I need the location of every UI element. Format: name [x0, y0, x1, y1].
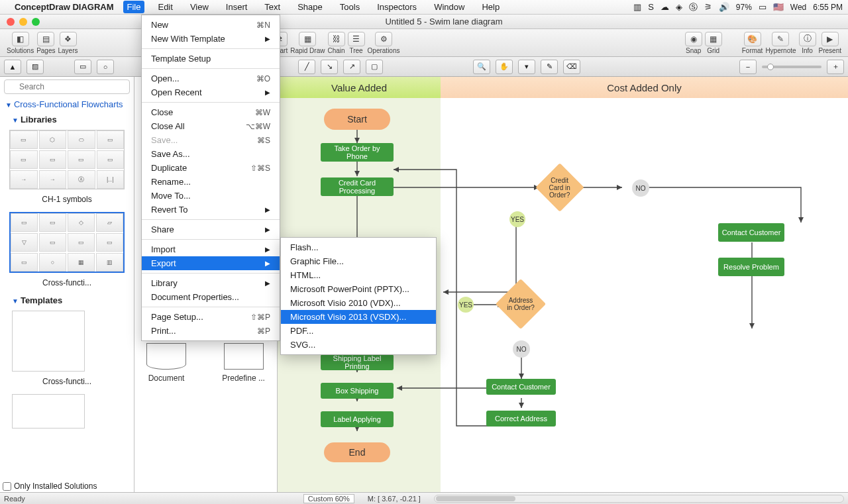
menu-insert[interactable]: Insert [222, 1, 252, 13]
file-menu-print-[interactable]: Print...⌘P [142, 324, 280, 338]
window-maximize[interactable] [32, 18, 40, 26]
menu-inspectors[interactable]: Inspectors [373, 1, 421, 13]
node-contact1[interactable]: Contact Customer [718, 223, 784, 242]
template-thumb-2[interactable] [12, 394, 85, 428]
export-pdf-[interactable]: PDF... [281, 324, 436, 338]
file-menu-document-properties-[interactable]: Document Properties... [142, 290, 280, 304]
h-scrollbar[interactable] [434, 495, 844, 503]
eraser-tool[interactable]: ⌫ [563, 60, 580, 74]
export-html-[interactable]: HTML... [281, 268, 436, 282]
vlc-icon[interactable]: ▥ [633, 2, 641, 12]
menu-file[interactable]: File [123, 1, 145, 13]
file-menu-open-[interactable]: Open...⌘O [142, 72, 280, 85]
export-graphic-file-[interactable]: Graphic File... [281, 254, 436, 268]
file-menu-close-all[interactable]: Close All⌥⌘W [142, 119, 280, 133]
file-menu-share[interactable]: Share▶ [142, 223, 280, 236]
tb-solutions[interactable]: ◧Solutions [7, 32, 34, 54]
pointer-tool[interactable]: ▲ [4, 60, 21, 74]
node-yes1[interactable]: YES [509, 211, 525, 227]
day[interactable]: Wed [790, 3, 806, 12]
wifi-icon[interactable]: ⚞ [704, 2, 712, 12]
sidebar-libraries[interactable]: ▼Libraries [0, 112, 134, 127]
stamp-tool[interactable]: ▾ [518, 60, 535, 74]
tb-pages[interactable]: ▤Pages [36, 32, 55, 54]
export-flash-[interactable]: Flash... [281, 240, 436, 254]
node-no2[interactable]: NO [513, 340, 530, 358]
export-submenu[interactable]: Flash...Graphic File...HTML...Microsoft … [280, 237, 437, 355]
sidebar-templates[interactable]: ▼Templates [0, 293, 134, 308]
flag-icon[interactable]: 🇺🇸 [773, 2, 784, 12]
node-cc-proc[interactable]: Credit Card Processing [321, 177, 394, 196]
tb-info[interactable]: ⓘInfo [799, 32, 816, 54]
export-microsoft-visio-vsdx-[interactable]: Microsoft Visio 2013 (VSDX)... [281, 310, 436, 324]
node-take-order[interactable]: Take Order by Phone [321, 143, 394, 162]
file-menu-page-setup-[interactable]: Page Setup...⇧⌘P [142, 310, 280, 324]
node-contact2[interactable]: Contact Customer [486, 379, 556, 395]
template-thumb-1[interactable] [12, 311, 85, 372]
node-ship-label[interactable]: Shipping Label Printing [321, 354, 394, 370]
node-box-ship[interactable]: Box Shipping [321, 383, 394, 399]
oval-shape[interactable]: ○ [97, 60, 114, 74]
time[interactable]: 6:55 PM [813, 3, 843, 12]
lib-ch1[interactable]: ▭⬡⬭▭ ▭▭▭▭ →→Ⓐ|‥| [9, 130, 125, 189]
skype-icon[interactable]: Ⓢ [689, 1, 698, 13]
zoom-in[interactable]: ＋ [827, 60, 844, 74]
file-menu-open-recent[interactable]: Open Recent▶ [142, 85, 280, 99]
conn2-tool[interactable]: ↗ [343, 60, 360, 74]
node-start[interactable]: Start [324, 109, 390, 130]
file-menu-library[interactable]: Library▶ [142, 276, 280, 290]
battery-pct[interactable]: 97% [736, 3, 752, 12]
menu-text[interactable]: Text [260, 1, 284, 13]
file-menu-new[interactable]: New⌘N [142, 18, 280, 32]
sidebar-section[interactable]: ▼Cross-Functional Flowcharts [0, 97, 134, 112]
rect-shape[interactable]: ▭ [74, 60, 91, 74]
tb-chain[interactable]: ⛓Chain [327, 32, 344, 54]
zoom-combo[interactable]: Custom 60% [303, 494, 354, 503]
window-minimize[interactable] [19, 18, 27, 26]
file-menu-dropdown[interactable]: New⌘NNew With Template▶Template SetupOpe… [141, 15, 280, 341]
tb-hypernote[interactable]: ✎Hypernote [765, 32, 796, 54]
box-tool[interactable]: ▢ [366, 60, 383, 74]
tb-layers[interactable]: ❖Layers [58, 32, 78, 54]
node-resolve[interactable]: Resolve Problem [718, 258, 784, 276]
menu-shape[interactable]: Shape [293, 1, 327, 13]
marquee-tool[interactable]: ▨ [26, 60, 44, 74]
app-name[interactable]: ConceptDraw DIAGRAM [15, 2, 114, 12]
menu-edit[interactable]: Edit [154, 1, 176, 13]
conn-tool[interactable]: ↘ [321, 60, 338, 74]
search-input[interactable] [4, 79, 130, 94]
file-menu-new-with-template[interactable]: New With Template▶ [142, 32, 280, 46]
export-microsoft-visio-vdx-[interactable]: Microsoft Visio 2010 (VDX)... [281, 296, 436, 310]
lib-cross[interactable]: ▭▭◇▱ ▽▭▭▭ ▭○▦▥ [9, 212, 125, 273]
file-menu-close[interactable]: Close⌘W [142, 105, 280, 119]
file-menu-save-as-[interactable]: Save As... [142, 147, 280, 161]
node-cc-order[interactable]: Credit Card in Order? [535, 163, 584, 212]
only-installed[interactable]: Only Installed Solutions [3, 481, 97, 491]
menu-help[interactable]: Help [478, 1, 504, 13]
file-menu-rename-[interactable]: Rename... [142, 175, 280, 189]
cloud-icon[interactable]: ☁ [661, 2, 669, 12]
tb-grid[interactable]: ▦Grid [705, 32, 722, 54]
menu-tools[interactable]: Tools [336, 1, 364, 13]
menu-view[interactable]: View [186, 1, 213, 13]
node-correct[interactable]: Correct Address [486, 411, 556, 427]
export-microsoft-powerpoint-pptx-[interactable]: Microsoft PowerPoint (PPTX)... [281, 282, 436, 296]
node-end[interactable]: End [324, 442, 390, 462]
tb-format[interactable]: 🎨Format [742, 32, 763, 54]
node-addr[interactable]: Address in Order? [496, 279, 546, 329]
volume-icon[interactable]: 🔊 [719, 2, 729, 12]
export-svg-[interactable]: SVG... [281, 338, 436, 352]
zoom-slider[interactable] [762, 66, 822, 68]
eyedrop-tool[interactable]: ✎ [541, 60, 558, 74]
battery-icon[interactable]: ▭ [759, 2, 767, 12]
node-yes2[interactable]: YES [458, 297, 474, 313]
window-close[interactable] [7, 18, 15, 26]
tb-rapid[interactable]: ▦Rapid Draw [290, 32, 325, 54]
file-menu-move-to-[interactable]: Move To... [142, 189, 280, 203]
file-menu-import[interactable]: Import▶ [142, 242, 280, 256]
file-menu-export[interactable]: Export▶ [142, 256, 280, 270]
node-label-apply[interactable]: Label Applying [321, 411, 394, 427]
only-installed-checkbox[interactable] [3, 482, 11, 491]
lane-cost-added[interactable]: Cost Added Only [441, 77, 848, 98]
shape-predefine[interactable]: Predefine ... [222, 343, 265, 383]
